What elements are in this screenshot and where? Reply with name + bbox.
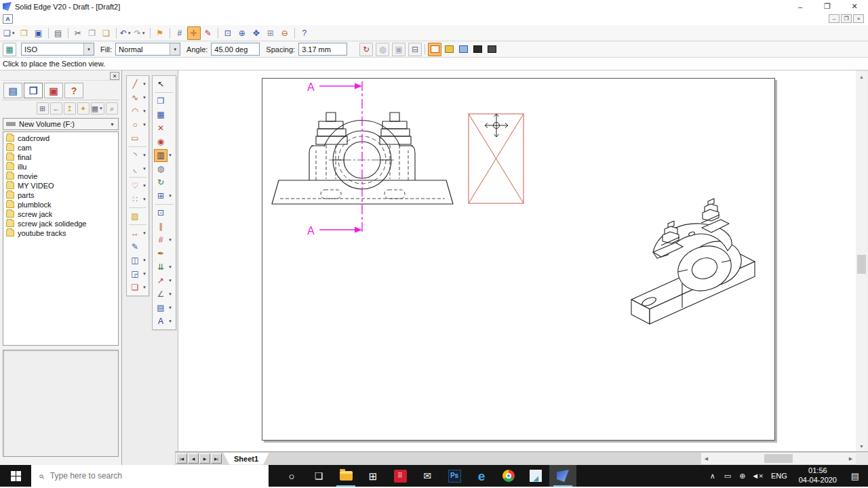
- scroll-down-icon[interactable]: ▼: [856, 441, 867, 451]
- volume-muted-icon[interactable]: ◄×: [750, 465, 765, 487]
- principal-view-button[interactable]: ▦: [154, 108, 174, 121]
- media-app-button[interactable]: ⠿: [387, 465, 414, 487]
- save-button[interactable]: ▣: [32, 26, 45, 40]
- menu-item[interactable]: [54, 18, 63, 20]
- photoshop-button[interactable]: Ps: [441, 465, 468, 487]
- parts-list-button[interactable]: ⊞ ▼: [154, 189, 174, 203]
- shaded-visible-mode-button[interactable]: [485, 43, 498, 56]
- dropdown-caret-icon[interactable]: ▼: [167, 153, 173, 157]
- restore-button[interactable]: ❐: [814, 0, 841, 13]
- shading-button[interactable]: ◍: [376, 43, 389, 56]
- dropdown-caret-icon[interactable]: ▼: [142, 153, 147, 157]
- zoom-sheet-button[interactable]: ⊞: [264, 26, 277, 40]
- view-wizard-button[interactable]: ❐: [154, 94, 174, 108]
- geometric-tolerance-button[interactable]: ∠ ▼: [154, 287, 174, 301]
- angle-input[interactable]: 45.00 deg: [211, 43, 260, 56]
- crop-tool[interactable]: ◲ ▼: [128, 267, 147, 281]
- battery-icon[interactable]: ▭: [720, 465, 735, 487]
- section-view-button[interactable]: ▥ ▼: [154, 148, 174, 162]
- print-button[interactable]: ▤: [52, 26, 65, 40]
- views-button[interactable]: ▦ ▼: [91, 102, 104, 115]
- dropdown-caret-icon[interactable]: ▼: [142, 197, 147, 201]
- folder-item[interactable]: cadcrowd: [3, 134, 118, 143]
- dropdown-caret-icon[interactable]: ▼: [98, 106, 104, 110]
- menu-item[interactable]: [35, 18, 44, 20]
- mail-button[interactable]: ✉: [414, 465, 441, 487]
- fillet-tool[interactable]: ◝ ▼: [128, 148, 147, 162]
- shaded-edges-mode-button[interactable]: [456, 43, 470, 56]
- folder-item[interactable]: youtube tracks: [3, 228, 118, 238]
- stamp-tool[interactable]: ❏ ▼: [128, 281, 147, 294]
- minimize-button[interactable]: –: [787, 0, 814, 13]
- favorites-button[interactable]: ⊞: [37, 102, 49, 115]
- surface-texture-button[interactable]: ✒: [154, 247, 174, 260]
- doc-minimize-button[interactable]: –: [829, 14, 840, 23]
- menu-item[interactable]: [16, 18, 25, 20]
- help-tab[interactable]: ?: [64, 83, 83, 98]
- horizontal-scrollbar[interactable]: ◀ ▶: [701, 453, 856, 464]
- circle-tool[interactable]: ○ ▼: [128, 118, 147, 131]
- dropdown-caret-icon[interactable]: ▼: [142, 123, 147, 127]
- undo-button[interactable]: ↶ ▼: [119, 26, 133, 40]
- line-tool[interactable]: ╱ ▼: [128, 77, 147, 91]
- shape-tool[interactable]: ♡ ▼: [128, 179, 147, 192]
- menu-item[interactable]: [92, 18, 101, 20]
- folder-item[interactable]: screw jack solidedge: [3, 219, 118, 228]
- language-indicator[interactable]: ENG: [766, 472, 792, 480]
- section-line[interactable]: A A: [307, 81, 362, 237]
- photos-button[interactable]: ◢: [522, 465, 549, 487]
- interrupt-view-button[interactable]: ∥: [154, 220, 174, 233]
- new-button[interactable]: ❏ ▼: [3, 26, 17, 40]
- menu-item[interactable]: [63, 18, 73, 20]
- dropdown-caret-icon[interactable]: ▼: [167, 194, 173, 198]
- open-button[interactable]: ❒: [18, 26, 31, 40]
- wireframe-mode-button[interactable]: [428, 43, 441, 56]
- up-level-button[interactable]: ↥: [64, 102, 76, 115]
- dropdown-caret-icon[interactable]: ▼: [142, 82, 147, 86]
- rectangle-tool[interactable]: ▭: [128, 131, 147, 145]
- menu-item[interactable]: [25, 18, 35, 20]
- folder-item[interactable]: MY VIDEO: [3, 181, 118, 190]
- dropdown-caret-icon[interactable]: ▼: [142, 184, 147, 188]
- next-sheet-button[interactable]: ▶: [199, 453, 210, 464]
- sheet-setup-button[interactable]: ✎: [201, 26, 215, 40]
- folder-item[interactable]: parts: [3, 190, 118, 200]
- zoom-in-button[interactable]: ⊕: [235, 26, 249, 40]
- folder-item[interactable]: screw jack: [3, 209, 118, 219]
- start-button[interactable]: [0, 465, 31, 487]
- solid-edge-button[interactable]: [549, 465, 576, 487]
- leader-button[interactable]: ↗ ▼: [154, 274, 174, 287]
- chrome-button[interactable]: [495, 465, 522, 487]
- dropdown-caret-icon[interactable]: ▼: [167, 292, 173, 296]
- clock[interactable]: 01:56 04-04-2020: [793, 466, 842, 485]
- select-tool[interactable]: ↖: [154, 77, 174, 91]
- vertical-scrollbar[interactable]: ▲ ▼: [856, 72, 867, 451]
- alignment-target-button[interactable]: ✛: [187, 26, 201, 40]
- dimension-style-select[interactable]: ISO▼: [21, 43, 94, 56]
- network-icon[interactable]: ⊕: [735, 465, 750, 487]
- sheet-tab[interactable]: Sheet1: [223, 453, 269, 465]
- search-button[interactable]: ⌕: [106, 102, 118, 115]
- curve-tool[interactable]: ∿ ▼: [128, 91, 147, 104]
- color-manager-button[interactable]: ▦: [3, 43, 16, 56]
- dropdown-caret-icon[interactable]: ▼: [142, 109, 147, 113]
- copy-button[interactable]: ❐: [85, 26, 99, 40]
- texture-button[interactable]: ▣: [392, 43, 406, 56]
- dropdown-caret-icon[interactable]: ▼: [142, 167, 147, 171]
- arc-tool[interactable]: ◠ ▼: [128, 104, 147, 118]
- dropdown-caret-icon[interactable]: ▼: [142, 258, 147, 262]
- auxiliary-view-button[interactable]: ✕: [154, 121, 174, 135]
- taskbar-search[interactable]: ⌕: [31, 465, 269, 487]
- back-button[interactable]: ←: [50, 102, 62, 115]
- edgebar-close-button[interactable]: ✕: [110, 72, 119, 80]
- dropdown-caret-icon[interactable]: ▼: [167, 238, 173, 242]
- fill-style-select[interactable]: Normal▼: [115, 43, 180, 56]
- spacing-input[interactable]: 3.17 mm: [298, 43, 347, 56]
- update-views-button[interactable]: ↻: [154, 176, 174, 189]
- vertical-scroll-thumb[interactable]: [857, 255, 866, 274]
- zoom-area-button[interactable]: ⊡: [221, 26, 235, 40]
- folder-item[interactable]: final: [3, 152, 118, 162]
- paste-button[interactable]: ❑: [100, 26, 113, 40]
- dimension-set-button[interactable]: # ▼: [154, 233, 174, 247]
- edge-condition-button[interactable]: ⇊ ▼: [154, 260, 174, 274]
